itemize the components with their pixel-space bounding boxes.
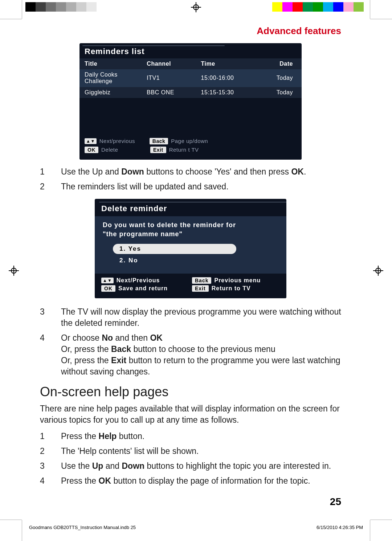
up-down-arrow-icon: ▲▼ [85, 138, 97, 144]
col-channel: Channel [142, 58, 196, 69]
page-content: Advanced features Reminders list Title C… [40, 25, 341, 493]
table-header: Title Channel Time Date [79, 58, 302, 69]
list-item: 1Press the Help button. [40, 431, 341, 442]
page-number: 25 [330, 496, 341, 508]
registration-mark-icon [9, 266, 19, 276]
reminders-list-screenshot: Reminders list Title Channel Time Date D… [79, 43, 302, 160]
dialog-question: Do you want to delete the reminder for "… [103, 221, 278, 239]
registration-mark-icon [373, 266, 383, 276]
print-footer: Goodmans GDB20TTS_Instruction Manual.ind… [29, 525, 363, 530]
list-item: 4Press the OK button to display the page… [40, 475, 341, 487]
table-row: Gigglebiz BBC ONE 15:15-15:30 Today [79, 87, 302, 98]
hints-bar: ▲▼ Next/previous Back Page up/down OK De… [79, 134, 302, 160]
dialog-option: 2. No [113, 255, 236, 266]
print-colorbar-left [25, 2, 127, 12]
list-item: 4Or choose No and then OKOr, press the B… [40, 332, 341, 377]
instruction-list: 1Press the Help button.2The 'Help conten… [40, 431, 341, 487]
instruction-list: 3The TV will now display the previous pr… [40, 306, 341, 377]
panel-title: Reminders list [85, 47, 145, 56]
section-title: Advanced features [40, 25, 341, 37]
list-item: 2The reminders list will be updated and … [40, 181, 341, 192]
hints-bar: ▲▼ Next/Previous Back Previous menu OK S… [95, 274, 286, 298]
up-down-arrow-icon: ▲▼ [101, 278, 114, 283]
dialog-option: 1. Yes [113, 244, 236, 254]
print-colorbar-right [262, 2, 364, 12]
ok-key-icon: OK [101, 285, 115, 292]
list-item: 3The TV will now display the previous pr… [40, 306, 341, 329]
panel-title: Delete reminder [101, 204, 280, 213]
exit-key-icon: Exit [150, 147, 166, 153]
col-time: Time [196, 58, 258, 69]
exit-key-icon: Exit [192, 285, 209, 292]
list-item: 2The 'Help contents' list will be shown. [40, 446, 341, 457]
back-key-icon: Back [192, 277, 211, 284]
list-item: 1Use the Up and Down buttons to choose '… [40, 166, 341, 177]
col-date: Date [258, 58, 302, 69]
back-key-icon: Back [150, 138, 168, 144]
table-row: Daily CooksChallenge ITV1 15:00-16:00 To… [79, 69, 302, 87]
ok-key-icon: OK [85, 147, 98, 153]
instruction-list: 1Use the Up and Down buttons to choose '… [40, 166, 341, 192]
col-title: Title [79, 58, 142, 69]
delete-reminder-screenshot: Delete reminder Do you want to delete th… [95, 199, 286, 298]
list-item: 3Use the Up and Down buttons to highligh… [40, 460, 341, 472]
body-text: There are nine help pages available that… [40, 403, 341, 426]
registration-mark-icon [191, 2, 201, 12]
heading-help-pages: On-screen help pages [40, 384, 341, 399]
